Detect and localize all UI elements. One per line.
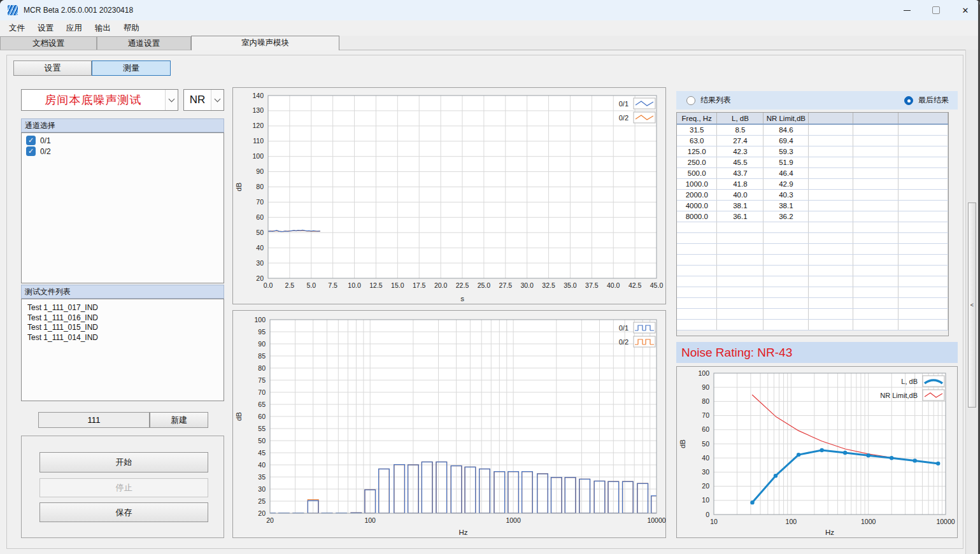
svg-text:10: 10: [702, 496, 709, 504]
channel-label: 0/2: [40, 147, 51, 156]
results-table-cell: 51.9: [763, 157, 809, 168]
chevron-down-icon[interactable]: [211, 90, 224, 110]
svg-text:25: 25: [258, 497, 266, 505]
results-table-row[interactable]: 125.042.359.3: [677, 146, 948, 157]
results-table-cell: [809, 255, 853, 266]
svg-text:42.5: 42.5: [628, 281, 642, 289]
results-table-empty-row: [677, 266, 948, 276]
svg-text:100: 100: [364, 516, 376, 524]
svg-text:7.5: 7.5: [328, 281, 337, 289]
results-table-cell: [763, 222, 809, 233]
maximize-button[interactable]: [921, 0, 951, 20]
svg-text:30: 30: [258, 485, 266, 493]
svg-text:30: 30: [702, 468, 709, 476]
legend-label: L, dB: [901, 378, 918, 385]
results-table-row[interactable]: 500.043.746.4: [677, 168, 948, 179]
checkbox-icon[interactable]: ✓: [26, 146, 36, 156]
results-table-cell: [898, 266, 948, 276]
results-table-cell: [853, 124, 898, 136]
channel-list-item[interactable]: ✓0/1: [22, 135, 224, 146]
result-list-radio-label[interactable]: 结果列表: [700, 95, 731, 106]
results-table-cell: [677, 287, 717, 298]
results-table-cell: [853, 136, 898, 146]
x-axis-label: s: [460, 295, 464, 302]
svg-text:60: 60: [258, 413, 266, 420]
results-table-cell: [898, 179, 948, 190]
result-list-radio[interactable]: [686, 96, 695, 105]
results-table-cell: [677, 266, 717, 276]
svg-text:20: 20: [258, 509, 266, 517]
results-table-cell: [809, 190, 853, 201]
results-table-cell: 36.2: [763, 211, 809, 222]
nr-curve-value: NR: [184, 90, 211, 110]
subtab-measure[interactable]: 测量: [92, 60, 171, 76]
close-button[interactable]: ✕: [951, 0, 980, 20]
results-table-row[interactable]: 250.045.551.9: [677, 157, 948, 168]
tab-channel-settings[interactable]: 通道设置: [97, 36, 191, 50]
svg-text:100: 100: [698, 369, 709, 377]
start-button[interactable]: 开始: [39, 452, 208, 472]
results-table-cell: [763, 244, 809, 255]
results-table-cell: 4000.0: [677, 201, 717, 211]
results-table-cell: 41.8: [717, 179, 763, 190]
results-table-cell: [898, 287, 948, 298]
channel-label: 0/1: [40, 136, 51, 145]
file-name-input[interactable]: [38, 412, 150, 428]
checkbox-icon[interactable]: ✓: [26, 136, 36, 145]
results-table-cell: [853, 309, 898, 320]
menubar: 文件设置应用输出帮助: [0, 20, 980, 36]
svg-text:70: 70: [256, 198, 264, 206]
svg-text:55: 55: [258, 425, 266, 432]
last-result-radio-label[interactable]: 最后结果: [918, 95, 949, 106]
spectrum-chart-svg: 2025303540455055606570758085909510020100…: [233, 311, 667, 539]
channel-list-item[interactable]: ✓0/2: [22, 146, 224, 157]
menu-item-2[interactable]: 设置: [31, 21, 60, 36]
results-table-row[interactable]: 31.58.584.6: [677, 124, 948, 136]
app-window: MCR Beta 2.05.0.001 20230418 ✕ 文件设置应用输出帮…: [0, 0, 980, 554]
results-table-cell: [853, 222, 898, 233]
file-list-item[interactable]: Test 1_111_016_IND: [22, 313, 224, 323]
test-type-combobox[interactable]: 房间本底噪声测试: [21, 89, 178, 111]
results-table-cell: [853, 320, 898, 330]
file-list-item[interactable]: Test 1_111_015_IND: [22, 323, 224, 333]
results-table-empty-row: [677, 233, 948, 244]
file-list-item[interactable]: Test 1_111_014_IND: [22, 333, 224, 343]
tab-document-settings[interactable]: 文档设置: [0, 36, 97, 50]
chevron-down-icon[interactable]: [165, 90, 178, 110]
save-button[interactable]: 保存: [39, 502, 208, 522]
results-table-cell: [677, 255, 717, 266]
subtab-settings[interactable]: 设置: [13, 60, 92, 76]
menu-item-3[interactable]: 应用: [60, 21, 89, 36]
results-table-cell: [898, 222, 948, 233]
new-button[interactable]: 新建: [150, 412, 208, 428]
results-table-row[interactable]: 4000.038.138.1: [677, 201, 948, 211]
collapse-panel-button[interactable]: <: [968, 202, 976, 408]
results-table-cell: [809, 222, 853, 233]
file-list-item[interactable]: Test 1_111_017_IND: [22, 303, 224, 313]
results-table-cell: [898, 233, 948, 244]
nr-curve-combobox[interactable]: NR: [183, 89, 224, 111]
menu-item-4[interactable]: 输出: [89, 21, 117, 36]
results-table-row[interactable]: 63.027.469.4: [677, 136, 948, 146]
results-table-row[interactable]: 2000.040.040.3: [677, 190, 948, 201]
legend-swatch-box: [634, 322, 655, 333]
last-result-radio[interactable]: [904, 96, 913, 105]
results-table-cell: 38.1: [763, 201, 809, 211]
x-axis-label: Hz: [825, 529, 834, 536]
results-table-row[interactable]: 1000.041.842.9: [677, 179, 948, 190]
menu-item-5[interactable]: 帮助: [117, 21, 146, 36]
minimize-button[interactable]: [892, 0, 921, 20]
results-table-cell: [677, 298, 717, 309]
results-table-row[interactable]: 8000.036.136.2: [677, 211, 948, 222]
svg-text:20: 20: [266, 516, 274, 524]
results-table-cell: [853, 157, 898, 168]
results-table-cell: 46.4: [763, 168, 809, 179]
results-table-cell: [677, 309, 717, 320]
svg-text:90: 90: [702, 383, 709, 391]
menu-item-1[interactable]: 文件: [3, 21, 31, 36]
results-table-cell: [853, 168, 898, 179]
results-table-cell: [677, 320, 717, 330]
results-table-cell: 59.3: [763, 146, 809, 157]
tab-indoor-noise-module[interactable]: 室内噪声模块: [191, 36, 339, 50]
svg-text:80: 80: [702, 397, 709, 405]
